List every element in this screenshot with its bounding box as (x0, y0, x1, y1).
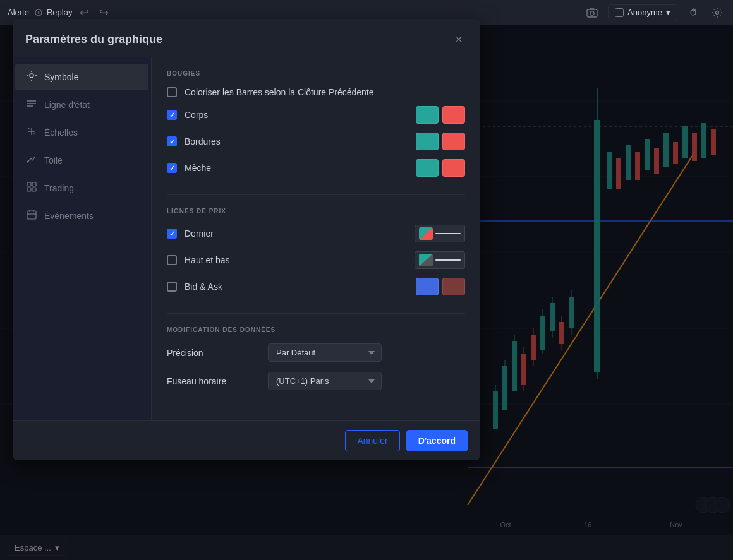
svg-point-3 (716, 11, 719, 14)
dernier-checkbox[interactable] (167, 229, 177, 239)
bordures-checkbox[interactable] (167, 136, 177, 146)
bougies-section: BOUGIES Coloriser les Barres selon la Cl… (167, 70, 465, 177)
svg-point-52 (30, 74, 33, 78)
svg-rect-60 (32, 188, 36, 191)
sidebar-label-ligne-etat: Ligne d'état (44, 100, 90, 110)
dialog-header: Paramètres du graphique × (13, 19, 480, 57)
meche-checkbox[interactable] (167, 163, 177, 173)
cancel-button[interactable]: Annuler (345, 430, 399, 451)
trading-icon (25, 181, 38, 195)
camera-icon-button[interactable] (584, 4, 600, 21)
corps-checkbox[interactable] (167, 110, 177, 120)
svg-point-56 (27, 161, 29, 163)
bid-ask-row: Bid & Ask (167, 278, 465, 295)
bid-ask-colors (416, 278, 465, 295)
haut-bas-row: Haut et bas (167, 251, 465, 269)
toile-icon (25, 153, 38, 167)
bordures-row: Bordures (167, 133, 465, 150)
sidebar-label-symbole: Symbole (44, 72, 78, 82)
sidebar-item-ligne-etat[interactable]: Ligne d'état (15, 92, 148, 118)
evenements-icon (25, 209, 38, 223)
sidebar-item-symbole[interactable]: Symbole (15, 64, 148, 90)
corps-color-green[interactable] (416, 106, 439, 124)
haut-bas-line-swatch[interactable] (415, 251, 465, 269)
replay-label: Replay (34, 8, 72, 17)
settings-dialog: Paramètres du graphique × Symbole Ligne … (13, 19, 480, 460)
coloriser-label: Coloriser les Barres selon la Clôture Pr… (185, 87, 465, 97)
bid-ask-checkbox[interactable] (167, 282, 177, 292)
lignes-prix-title: LIGNES DE PRIX (167, 208, 465, 215)
fuseau-label: Fuseau horaire (167, 376, 268, 386)
sidebar-label-echelles: Échelles (44, 128, 78, 138)
meche-color-red[interactable] (442, 159, 465, 177)
section-separator-1 (167, 194, 465, 195)
bordures-color-red[interactable] (442, 133, 465, 150)
fuseau-select[interactable]: (UTC+1) Paris (268, 372, 382, 390)
meche-colors (416, 159, 465, 177)
bid-color[interactable] (416, 278, 439, 295)
dernier-label: Dernier (185, 229, 407, 239)
lignes-prix-section: LIGNES DE PRIX Dernier Haut et bas (167, 208, 465, 295)
svg-point-1 (590, 11, 594, 15)
meche-label: Mèche (185, 163, 408, 173)
dernier-swatch-color (419, 227, 433, 240)
dialog-body: Symbole Ligne d'état Échelles Toile (13, 57, 480, 420)
user-label: Anonyme (627, 8, 662, 17)
corps-colors (416, 106, 465, 124)
bid-ask-label: Bid & Ask (185, 282, 408, 292)
fuseau-row: Fuseau horaire (UTC+1) Paris (167, 372, 465, 390)
accept-button[interactable]: D'accord (406, 430, 468, 451)
ask-color[interactable] (442, 278, 465, 295)
echelles-icon (25, 126, 38, 140)
bougies-title: BOUGIES (167, 70, 465, 77)
precision-row: Précision Par Défaut (167, 343, 465, 362)
coloriser-row: Coloriser les Barres selon la Clôture Pr… (167, 87, 465, 97)
corps-row: Corps (167, 106, 465, 124)
close-dialog-button[interactable]: × (450, 30, 468, 48)
top-bar-right: Anonyme ▾ (584, 4, 725, 21)
dialog-footer: Annuler D'accord (13, 420, 480, 460)
svg-rect-0 (587, 9, 597, 17)
section-separator-2 (167, 313, 465, 314)
sidebar-item-trading[interactable]: Trading (15, 175, 148, 201)
settings-icon-button[interactable] (709, 4, 725, 21)
svg-rect-2 (615, 8, 624, 16)
content-area: BOUGIES Coloriser les Barres selon la Cl… (152, 57, 480, 420)
sidebar-item-toile[interactable]: Toile (15, 147, 148, 174)
svg-rect-61 (27, 211, 36, 219)
alerte-label: Alerte (8, 8, 29, 17)
modification-section: MODIFICATION DES DONNÉES Précision Par D… (167, 326, 465, 390)
dernier-line-swatch[interactable] (415, 225, 465, 242)
ligne-etat-icon (25, 98, 38, 112)
sidebar-item-evenements[interactable]: Événements (15, 203, 148, 229)
sidebar-label-toile: Toile (44, 155, 63, 165)
corps-color-red[interactable] (442, 106, 465, 124)
user-button[interactable]: Anonyme ▾ (608, 4, 677, 20)
precision-label: Précision (167, 348, 268, 358)
sidebar-label-trading: Trading (44, 183, 74, 193)
sidebar-item-echelles[interactable]: Échelles (15, 119, 148, 146)
sidebar: Symbole Ligne d'état Échelles Toile (13, 57, 152, 420)
corps-label: Corps (185, 110, 408, 120)
svg-rect-58 (32, 182, 36, 186)
bordures-colors (416, 133, 465, 150)
haut-bas-checkbox[interactable] (167, 255, 177, 265)
haut-bas-swatch-dash (435, 259, 461, 261)
meche-color-green[interactable] (416, 159, 439, 177)
bordures-color-green[interactable] (416, 133, 439, 150)
bordures-label: Bordures (185, 136, 408, 146)
fire-icon-button[interactable] (685, 4, 701, 21)
user-dropdown-arrow: ▾ (666, 8, 670, 17)
dialog-title: Paramètres du graphique (25, 33, 162, 46)
svg-rect-59 (27, 188, 31, 191)
coloriser-checkbox[interactable] (167, 87, 177, 97)
symbole-icon (25, 70, 38, 84)
dernier-swatch-dash (435, 233, 461, 234)
modification-title: MODIFICATION DES DONNÉES (167, 326, 465, 333)
meche-row: Mèche (167, 159, 465, 177)
sidebar-label-evenements: Événements (44, 211, 94, 221)
dernier-row: Dernier (167, 225, 465, 242)
precision-select[interactable]: Par Défaut (268, 343, 382, 362)
haut-bas-swatch-color (419, 254, 433, 266)
svg-rect-57 (27, 182, 31, 186)
